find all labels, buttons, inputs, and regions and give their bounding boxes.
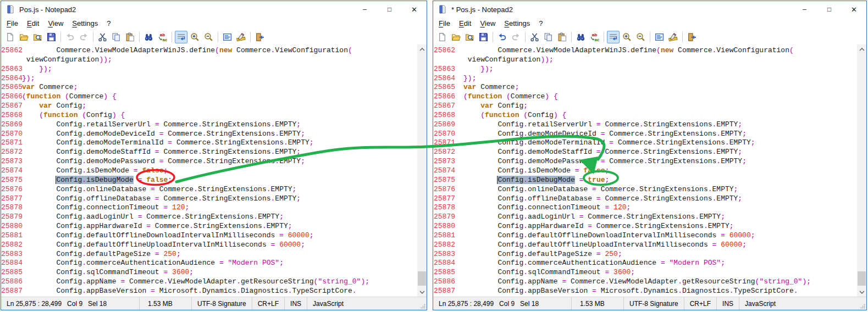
zoom-out-button[interactable] bbox=[634, 31, 647, 43]
new-file-button[interactable] bbox=[436, 31, 449, 43]
resize-grip-icon[interactable] bbox=[860, 304, 865, 309]
line-number: 25883 bbox=[1, 250, 18, 259]
customize-scheme-button[interactable] bbox=[235, 31, 247, 43]
scroll-down-button[interactable] bbox=[857, 287, 866, 297]
title-bar: * Pos.js - Notepad2 – □ ✕ bbox=[433, 1, 866, 18]
scrollbar-thumb[interactable] bbox=[858, 271, 866, 286]
close-button[interactable]: ✕ bbox=[402, 1, 427, 18]
window-controls: – □ ✕ bbox=[352, 1, 427, 18]
code-line: 25865var Commerce; bbox=[433, 83, 857, 92]
scroll-up-button[interactable] bbox=[857, 44, 866, 54]
line-number: 25875 bbox=[1, 176, 18, 185]
code-text: var Commerce; bbox=[22, 83, 78, 92]
undo-button[interactable] bbox=[496, 31, 508, 43]
menu-view[interactable]: View bbox=[43, 19, 68, 28]
menu-view[interactable]: View bbox=[476, 19, 500, 28]
vertical-scrollbar[interactable] bbox=[417, 44, 427, 297]
copy-button[interactable] bbox=[110, 31, 123, 43]
zoom-in-button[interactable] bbox=[621, 31, 633, 43]
scroll-up-button[interactable] bbox=[417, 44, 427, 54]
close-button[interactable]: ✕ bbox=[842, 1, 866, 18]
line-number: 25867 bbox=[1, 102, 18, 111]
line-number: 25878 bbox=[433, 203, 455, 213]
scrollbar-thumb[interactable] bbox=[418, 271, 426, 286]
view-options-button[interactable] bbox=[221, 31, 234, 43]
zoom-in-button[interactable] bbox=[189, 31, 201, 43]
toolbar-separator bbox=[525, 32, 526, 42]
menu-help[interactable]: ? bbox=[534, 19, 547, 28]
scroll-down-button[interactable] bbox=[417, 287, 427, 297]
paste-button[interactable] bbox=[556, 31, 568, 43]
toolbar-separator bbox=[93, 32, 93, 42]
copy-button[interactable] bbox=[542, 31, 555, 43]
find-button[interactable] bbox=[142, 31, 155, 43]
code-text: Config.offlineDatabase = Commerce.String… bbox=[463, 194, 742, 204]
browse-files-button[interactable] bbox=[31, 31, 44, 43]
menu-settings[interactable]: Settings bbox=[500, 19, 534, 28]
chevron-up-icon bbox=[419, 48, 425, 51]
minimize-button[interactable]: – bbox=[352, 1, 377, 18]
editor[interactable]: 25862 Commerce.ViewModelAdapterWinJS.def… bbox=[433, 44, 866, 297]
code-text: Config.commerceAuthenticationAudience = … bbox=[463, 259, 725, 268]
replace-button[interactable] bbox=[156, 31, 169, 43]
selected-text: Config.isDebugMode bbox=[497, 176, 574, 184]
replace-button[interactable] bbox=[588, 31, 601, 43]
toolbar-separator bbox=[604, 32, 604, 42]
open-file-button[interactable] bbox=[450, 31, 462, 43]
word-wrap-button[interactable] bbox=[607, 31, 620, 43]
view-options-button[interactable] bbox=[653, 31, 666, 43]
exit-button[interactable] bbox=[253, 31, 266, 43]
code-line: 25880 Config.appHardwareId = Commerce.St… bbox=[1, 222, 417, 231]
line-number: 25873 bbox=[1, 157, 18, 166]
line-number: 25875 bbox=[433, 176, 455, 185]
menu-help[interactable]: ? bbox=[102, 19, 115, 28]
zoom-out-button[interactable] bbox=[202, 31, 215, 43]
code-text: Config.demoModePassword = Commerce.Strin… bbox=[22, 157, 305, 166]
save-button[interactable] bbox=[477, 31, 490, 43]
browse-files-button[interactable] bbox=[463, 31, 476, 43]
menu-file[interactable]: File bbox=[2, 19, 23, 28]
undo-icon bbox=[65, 32, 75, 42]
new-file-button[interactable] bbox=[4, 31, 16, 43]
code-text: Config.isDemoMode = false; bbox=[22, 166, 168, 176]
status-bar: Ln 25,875 : 28,499 Col 9 Sel 18 1.53 MB … bbox=[433, 297, 866, 310]
menu-bar: FileEditViewSettings? bbox=[433, 18, 866, 29]
menu-edit[interactable]: Edit bbox=[23, 19, 43, 28]
vertical-scrollbar[interactable] bbox=[857, 44, 866, 297]
save-icon bbox=[479, 32, 488, 42]
code-text: Config.isDebugMode = true; bbox=[463, 176, 609, 185]
maximize-button[interactable]: □ bbox=[377, 1, 402, 18]
find-icon bbox=[576, 32, 585, 42]
code-line: 25873 Config.demoModePassword = Commerce… bbox=[433, 157, 857, 166]
paste-button[interactable] bbox=[124, 31, 136, 43]
open-file-button[interactable] bbox=[18, 31, 30, 43]
menu-file[interactable]: File bbox=[434, 19, 455, 28]
maximize-button[interactable]: □ bbox=[817, 1, 842, 18]
menu-edit[interactable]: Edit bbox=[455, 19, 476, 28]
redo-button[interactable] bbox=[78, 31, 90, 43]
code-line: 25868 (function (Config) { bbox=[1, 111, 417, 120]
code-line: 25868 (function (Config) { bbox=[433, 111, 857, 120]
undo-button[interactable] bbox=[64, 31, 76, 43]
toolbar bbox=[433, 29, 866, 44]
word-wrap-button[interactable] bbox=[175, 31, 187, 43]
redo-button[interactable] bbox=[510, 31, 522, 43]
cut-button[interactable] bbox=[528, 31, 541, 43]
code-area: 25862 Commerce.ViewModelAdapterWinJS.def… bbox=[433, 44, 857, 297]
exit-button[interactable] bbox=[685, 31, 698, 43]
minimize-button[interactable]: – bbox=[792, 1, 817, 18]
save-button[interactable] bbox=[45, 31, 58, 43]
customize-scheme-button[interactable] bbox=[667, 31, 679, 43]
code-line: 25874 Config.isDemoMode = false; bbox=[433, 166, 857, 176]
cut-button[interactable] bbox=[96, 31, 109, 43]
code-text: Config.retailServerUrl = Commerce.String… bbox=[22, 120, 301, 130]
window-title: Pos.js - Notepad2 bbox=[19, 5, 76, 14]
resize-grip-icon[interactable] bbox=[421, 304, 425, 309]
code-text: Config.sqlCommandTimeout = 3600; bbox=[22, 268, 193, 277]
line-number: 25864 bbox=[433, 74, 455, 83]
find-button[interactable] bbox=[574, 31, 587, 43]
menu-settings[interactable]: Settings bbox=[68, 19, 102, 28]
code-area: 25862 Commerce.ViewModelAdapterWinJS.def… bbox=[1, 44, 417, 297]
editor[interactable]: 25862 Commerce.ViewModelAdapterWinJS.def… bbox=[1, 44, 427, 297]
code-line: 25871 Config.demoModeTerminalId = Commer… bbox=[1, 138, 417, 148]
